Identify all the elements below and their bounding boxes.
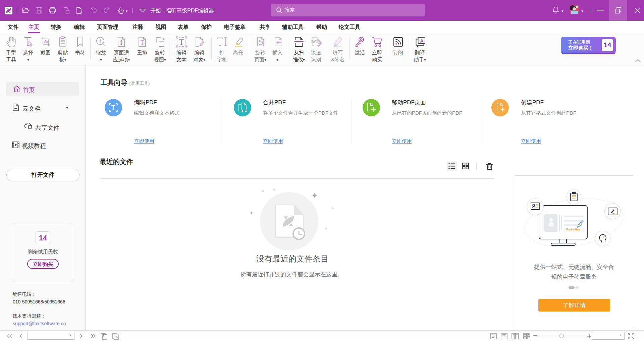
svg-text:A: A — [420, 38, 424, 44]
